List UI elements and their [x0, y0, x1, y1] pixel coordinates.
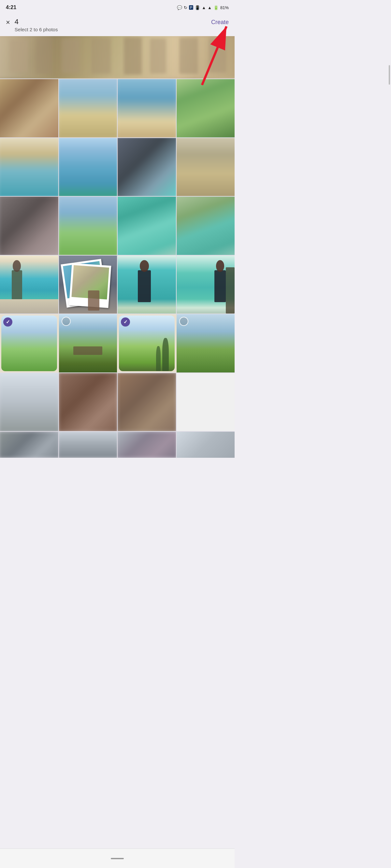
photo-row-2 [0, 79, 234, 137]
selection-hint: Select 2 to 6 photos [15, 27, 58, 32]
blurred-bg [0, 432, 58, 458]
blurred-bg [176, 79, 235, 137]
photo-row-8 [0, 432, 234, 458]
photo-row-7 [0, 373, 234, 431]
blurred-bg [59, 138, 117, 196]
woman-head [140, 260, 149, 272]
status-bar: 4:21 💬 ↻ P 📳 ▲ ▲ 🔋 81% [0, 0, 234, 14]
create-button[interactable]: Create [211, 19, 229, 26]
person-shape [88, 290, 100, 311]
photo-cell[interactable] [118, 432, 176, 458]
photo-row-3 [0, 138, 234, 196]
photo-cell[interactable] [59, 373, 117, 431]
pool-deck [0, 299, 58, 314]
tree-trunk [226, 267, 234, 314]
photo-person-shape [36, 38, 52, 73]
photo-cell[interactable] [176, 79, 235, 137]
photo-cell-pool-woman[interactable] [118, 255, 176, 314]
photo-bg [176, 432, 235, 458]
photo-cell[interactable] [0, 79, 58, 137]
photo-cell[interactable] [176, 138, 235, 196]
blurred-bg [118, 432, 176, 458]
battery-percent: 81% [220, 5, 229, 10]
photo-grid-container [0, 36, 234, 458]
wifi-icon: ▲ [202, 5, 206, 10]
photo-cell-pool-man[interactable] [0, 255, 58, 314]
photo-cell[interactable] [118, 79, 176, 137]
header-left: × 4 Select 2 to 6 photos [6, 18, 58, 32]
blurred-bg [176, 197, 235, 255]
woman-body [138, 270, 150, 302]
blurred-bg [118, 197, 176, 255]
photo-person-shape [124, 37, 142, 74]
photo-person-shape [62, 39, 80, 73]
photo-person-shape [208, 38, 226, 72]
blurred-group-photo [0, 36, 234, 79]
blurred-bg [118, 373, 176, 431]
photo-cell[interactable] [59, 138, 117, 196]
photo-cell[interactable] [176, 373, 235, 431]
photo-cell[interactable] [176, 197, 235, 255]
photo-cell[interactable] [0, 197, 58, 255]
woman-body2 [215, 270, 226, 302]
photo-cell[interactable] [0, 432, 58, 458]
blurred-bg [59, 79, 117, 137]
selection-count: 4 [15, 18, 58, 26]
photo-cell-collage[interactable] [59, 255, 117, 314]
photo-cell[interactable] [59, 197, 117, 255]
selection-indicator-unchecked[interactable] [179, 317, 188, 326]
blurred-bg [59, 197, 117, 255]
photo-row-6 [0, 314, 234, 372]
blurred-bg [176, 138, 235, 196]
photo-row-5 [0, 255, 234, 314]
sync-icon: ↻ [184, 5, 187, 10]
photo-cell[interactable] [118, 138, 176, 196]
tree-shape [162, 338, 169, 371]
photo-cell-selected-1[interactable] [0, 314, 58, 372]
close-button[interactable]: × [6, 18, 10, 27]
photo-bg [176, 373, 235, 431]
blurred-bg [0, 373, 58, 431]
photo-person-shape [179, 37, 198, 74]
photo-cell[interactable] [0, 373, 58, 431]
paytm-icon: P [189, 5, 193, 10]
status-icons: 💬 ↻ P 📳 ▲ ▲ 🔋 81% [177, 5, 229, 10]
chat-icon: 💬 [177, 5, 182, 10]
blurred-bg [0, 138, 58, 196]
woman-head2 [216, 260, 224, 272]
blurred-bg [59, 432, 117, 458]
bench-shape [73, 346, 102, 355]
battery-icon: 🔋 [214, 5, 219, 10]
photo-cell[interactable] [118, 373, 176, 431]
header-title-group: 4 Select 2 to 6 photos [15, 18, 58, 32]
photo-cell[interactable] [118, 197, 176, 255]
photo-row-4 [0, 197, 234, 255]
photo-person-shape [150, 38, 166, 73]
photo-cell-selected-2[interactable] [118, 314, 176, 372]
selection-indicator-unchecked[interactable] [62, 317, 71, 326]
photo-cell[interactable] [59, 432, 117, 458]
person-head [13, 260, 21, 272]
vibrate-icon: 📳 [195, 5, 200, 10]
blurred-bg [118, 79, 176, 137]
header: × 4 Select 2 to 6 photos Create [0, 14, 234, 36]
blurred-bg [118, 138, 176, 196]
photo-cell[interactable] [59, 79, 117, 137]
photo-cell-pool-woman2[interactable] [176, 255, 235, 314]
blurred-bg [0, 197, 58, 255]
photo-person-shape [10, 39, 28, 72]
photo-person-shape [91, 38, 111, 73]
blurred-bg [0, 79, 58, 137]
person-silhouette [12, 270, 22, 299]
photo-cell[interactable] [0, 138, 58, 196]
signal-icon: ▲ [207, 5, 212, 10]
status-time: 4:21 [6, 5, 16, 10]
photo-row-full [0, 36, 234, 79]
photo-cell[interactable] [176, 432, 235, 458]
tree-shape [156, 346, 161, 371]
blurred-bg [59, 373, 117, 431]
photo-cell-unselected-2[interactable] [176, 314, 235, 372]
photo-cell-unselected-1[interactable] [59, 314, 117, 372]
